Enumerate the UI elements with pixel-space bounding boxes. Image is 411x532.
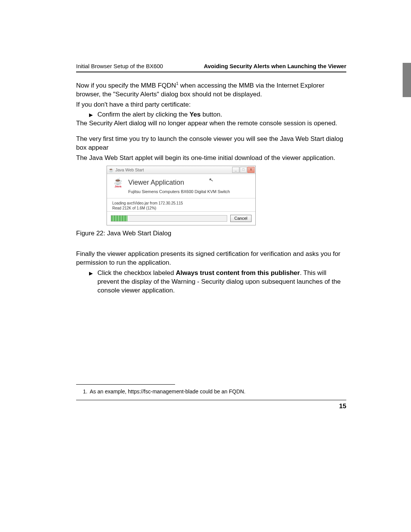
minimize-button[interactable]: _ — [232, 167, 239, 173]
dialog-titlebar[interactable]: ☕ Java Web Start _ □ X — [107, 166, 255, 174]
paragraph: The Java Web Start applet will begin its… — [76, 154, 346, 163]
jws-dialog: ☕ Java Web Start _ □ X ☕ Java Viewer App… — [107, 166, 256, 225]
dialog-header: ☕ Java Viewer Application Fujitsu Siemen… — [107, 174, 255, 198]
bullet-item: ▶ Confirm the alert by clicking the Yes … — [89, 110, 346, 119]
progress-bar — [111, 215, 227, 222]
text-run: Confirm the alert by clicking the — [97, 111, 190, 118]
page-number: 15 — [76, 400, 346, 410]
cursor-icon: ↖ — [208, 176, 214, 184]
header-left: Initial Browser Setup of the BX600 — [76, 63, 163, 69]
dialog-heading: Viewer Application — [128, 178, 252, 187]
figure-caption: Figure 22: Java Web Start Dialog — [76, 229, 346, 238]
figure-java-web-start: ☕ Java Web Start _ □ X ☕ Java Viewer App… — [107, 166, 346, 225]
text-bold: Always trust content from this publisher — [176, 269, 300, 276]
paragraph: The very first time you try to launch th… — [76, 135, 346, 152]
page-footer: 1.As an example, https://fsc-management-… — [76, 384, 346, 410]
java-logo-icon: ☕ Java — [112, 178, 124, 194]
bullet-text: Click the checkbox labeled Always trust … — [97, 269, 346, 295]
dialog-footer: Cancel — [107, 211, 255, 225]
text-run: button. — [201, 111, 222, 118]
header-right: Avoiding Security Alerts when Launching … — [204, 63, 346, 69]
paragraph: The Security Alert dialog will no longer… — [76, 119, 346, 128]
body-content: Now if you specify the MMB FQDN1 when ac… — [76, 81, 346, 295]
dialog-status: Loading avctVideo.jar from 172.30.25.115… — [107, 198, 255, 211]
maximize-button[interactable]: □ — [240, 167, 247, 173]
java-cup-icon: ☕ — [108, 167, 114, 173]
dialog-title: Java Web Start — [115, 167, 232, 173]
footnote-text: As an example, https://fsc-management-bl… — [90, 388, 245, 395]
progress-fill — [111, 216, 127, 221]
cancel-button[interactable]: Cancel — [230, 215, 252, 222]
close-button[interactable]: X — [247, 167, 255, 173]
triangle-bullet-icon: ▶ — [89, 269, 97, 295]
page-header: Initial Browser Setup of the BX600 Avoid… — [76, 63, 346, 72]
footnote-number: 1. — [83, 388, 88, 395]
text-bold: Yes — [190, 111, 201, 118]
paragraph: Finally the viewer application presents … — [76, 250, 346, 267]
paragraph: Now if you specify the MMB FQDN1 when ac… — [76, 81, 346, 99]
text-run: Click the checkbox labeled — [97, 269, 176, 276]
bullet-item: ▶ Click the checkbox labeled Always trus… — [89, 269, 346, 295]
bullet-text: Confirm the alert by clicking the Yes bu… — [97, 110, 346, 119]
header-rule — [76, 72, 346, 72]
footnote-rule — [76, 384, 175, 385]
text-run: Now if you specify the MMB FQDN — [76, 82, 176, 89]
triangle-bullet-icon: ▶ — [89, 110, 97, 119]
scrollbar-thumb[interactable] — [403, 63, 411, 97]
paragraph: If you don't have a third party certific… — [76, 101, 346, 109]
status-line: Read 212K of 1.6M (12%) — [112, 206, 252, 211]
footnote: 1.As an example, https://fsc-management-… — [83, 388, 346, 395]
dialog-subheading: Fujitsu Siemens Computers BX600 Digital … — [128, 189, 252, 195]
java-word: Java — [112, 185, 124, 189]
document-page: Initial Browser Setup of the BX600 Avoid… — [0, 0, 411, 532]
status-line: Loading avctVideo.jar from 172.30.25.115 — [112, 201, 252, 206]
